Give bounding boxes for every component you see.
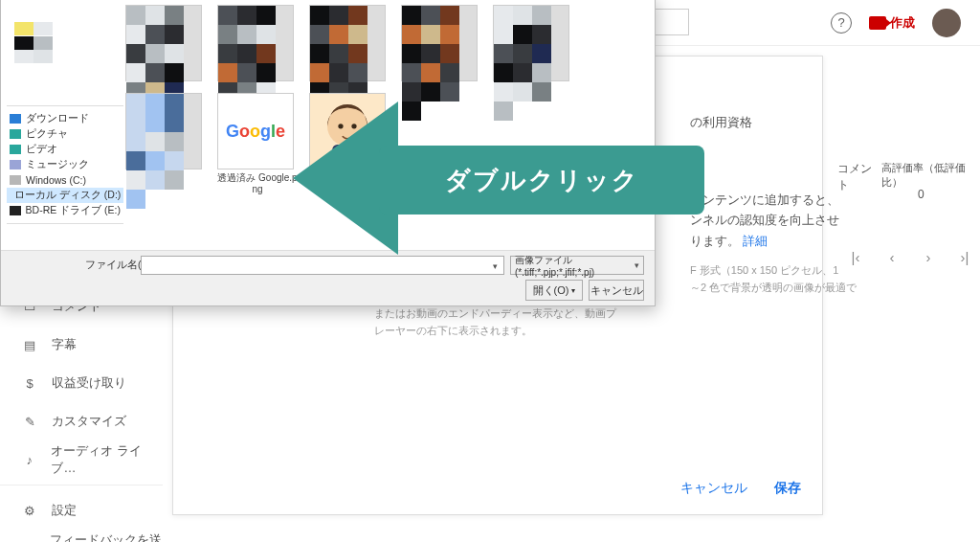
- file-google-png[interactable]: Google 透過済み Google.png: [217, 93, 298, 194]
- tree-bdre-drive[interactable]: BD-RE ドライブ (E:): [7, 203, 123, 218]
- folder-icon: [10, 114, 21, 124]
- sidebar-item-feedback[interactable]: ⚑フィードバックを送信: [0, 530, 163, 542]
- file-thumb[interactable]: [493, 5, 573, 81]
- folder-icon: [10, 145, 21, 154]
- file-dialog-footer: ファイル名(N): ▾ 画像ファイル (*.tiff;*.pjp;*.jfif;…: [1, 250, 655, 305]
- topbar-right: ? 作成: [831, 9, 961, 37]
- camera-icon: [869, 16, 886, 30]
- panel-hint: F 形式（150 x 150 ピクセル、1 ～2 色で背景が透明の画像が最適で: [690, 262, 980, 296]
- filename-input[interactable]: ▾: [141, 256, 504, 275]
- avatar[interactable]: [932, 9, 961, 37]
- panel-heading: の利用資格: [690, 114, 752, 131]
- panel-description: コンテンツに追加すると、 ンネルの認知度を向上させ ります。 詳細: [690, 191, 980, 252]
- tree-d-drive[interactable]: ローカル ディスク (D:): [7, 188, 123, 203]
- file-thumb[interactable]: [217, 5, 298, 81]
- folder-icon: [10, 160, 21, 169]
- create-label: 作成: [890, 14, 915, 32]
- subtitle-icon: ▤: [21, 336, 38, 353]
- sidebar-item-settings[interactable]: ⚙設定: [0, 491, 163, 530]
- file-grid: Google 透過済み Google.png 透過済み顔.png: [125, 5, 647, 248]
- audio-icon: ♪: [21, 451, 37, 468]
- create-button[interactable]: 作成: [869, 14, 915, 32]
- sidebar: ▭コメント ▤字幕 $収益受け取り ✎カスタマイズ ♪オーディオ ライブ… ⚙設…: [0, 287, 163, 542]
- money-icon: $: [21, 374, 38, 392]
- open-button[interactable]: 開く(O)▾: [525, 280, 583, 301]
- folder-icon: [10, 129, 21, 139]
- cancel-button[interactable]: キャンセル: [677, 474, 751, 503]
- sidebar-item-audio[interactable]: ♪オーディオ ライブ…: [0, 440, 163, 479]
- file-thumb[interactable]: [125, 93, 206, 194]
- avatar-illustration-icon: [309, 93, 386, 169]
- sidebar-item-monetize[interactable]: $収益受け取り: [0, 364, 163, 402]
- metrics-header: コメント 高評価率（低評価比） 0: [837, 161, 980, 193]
- sidebar-item-customize[interactable]: ✎カスタマイズ: [0, 402, 163, 440]
- help-icon[interactable]: ?: [831, 12, 852, 34]
- file-thumb[interactable]: [309, 5, 390, 81]
- dialog-cancel-button[interactable]: キャンセル: [589, 280, 644, 301]
- chevron-down-icon[interactable]: ▾: [487, 258, 502, 275]
- file-thumb[interactable]: [401, 5, 481, 81]
- chevron-down-icon: ▾: [635, 260, 639, 270]
- panel-buttons: キャンセル 保存: [677, 474, 805, 503]
- file-open-dialog: ダウンロード ピクチャ ビデオ ミュージック Windows (C:) ローカル…: [0, 0, 656, 306]
- chevron-down-icon: ▾: [571, 286, 575, 295]
- panel-hint2: またはお動画のエンドパーディー表示など、動画プレーヤーの右下に表示されます。: [374, 305, 623, 339]
- gear-icon: ⚙: [21, 502, 38, 519]
- learn-more-link[interactable]: 詳細: [743, 235, 768, 248]
- save-button[interactable]: 保存: [770, 474, 805, 503]
- tree-downloads[interactable]: ダウンロード: [7, 111, 123, 126]
- svg-rect-3: [332, 145, 363, 162]
- file-face-png[interactable]: 透過済み顔.png: [309, 93, 390, 194]
- wand-icon: ✎: [21, 413, 38, 430]
- filetype-select[interactable]: 画像ファイル (*.tiff;*.pjp;*.jfif;*.pj)▾: [510, 256, 644, 275]
- sidebar-item-subtitle[interactable]: ▤字幕: [0, 326, 163, 364]
- preview-mosaic: [14, 22, 53, 64]
- drive-icon: [10, 175, 21, 185]
- file-thumb[interactable]: [125, 5, 206, 81]
- folder-tree: ダウンロード ピクチャ ビデオ ミュージック Windows (C:) ローカル…: [7, 101, 123, 229]
- svg-point-1: [338, 124, 343, 128]
- google-logo-icon: Google: [217, 93, 294, 169]
- tree-music[interactable]: ミュージック: [7, 157, 123, 172]
- tree-c-drive[interactable]: Windows (C:): [7, 172, 123, 188]
- tree-pictures[interactable]: ピクチャ: [7, 126, 123, 142]
- drive-icon: [10, 206, 21, 215]
- tree-videos[interactable]: ビデオ: [7, 142, 123, 157]
- svg-point-2: [351, 124, 356, 128]
